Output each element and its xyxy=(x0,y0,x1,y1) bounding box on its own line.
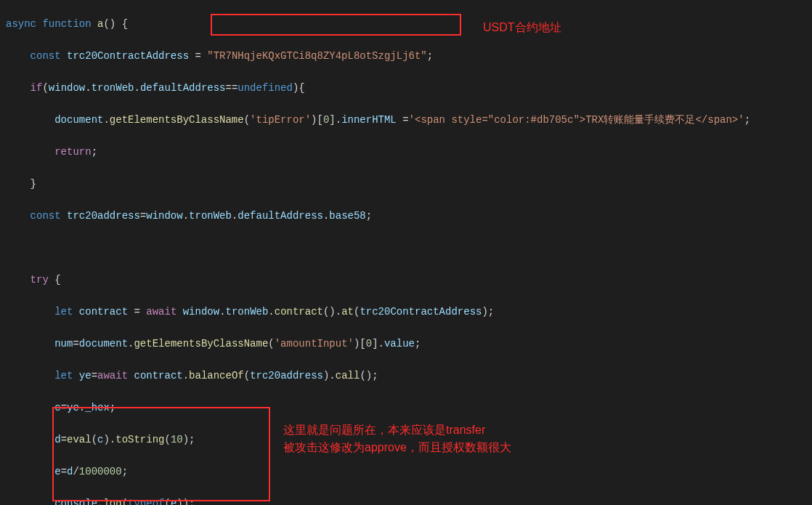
code-line: async function a() { xyxy=(0,16,812,32)
code-line: const trc20address=window.tronWeb.defaul… xyxy=(0,208,812,224)
code-line: const trc20ContractAddress = "TR7NHqjeKQ… xyxy=(0,48,812,64)
code-line xyxy=(0,240,812,256)
code-line: e=d/1000000; xyxy=(0,464,812,480)
code-editor[interactable]: async function a() { const trc20Contract… xyxy=(0,0,812,505)
code-line: return; xyxy=(0,144,812,160)
code-line: } xyxy=(0,176,812,192)
code-line: d=eval(c).toString(10); xyxy=(0,432,812,448)
code-line: document.getElementsByClassName('tipErro… xyxy=(0,112,812,128)
code-line: let contract = await window.tronWeb.cont… xyxy=(0,304,812,320)
code-line: if(window.tronWeb.defaultAddress==undefi… xyxy=(0,80,812,96)
code-line: c=ye._hex; xyxy=(0,400,812,416)
code-line: num=document.getElementsByClassName('amo… xyxy=(0,336,812,352)
code-line: let ye=await contract.balanceOf(trc20add… xyxy=(0,368,812,384)
code-line: try { xyxy=(0,272,812,288)
code-line: console.log(typeof(e)); xyxy=(0,496,812,505)
